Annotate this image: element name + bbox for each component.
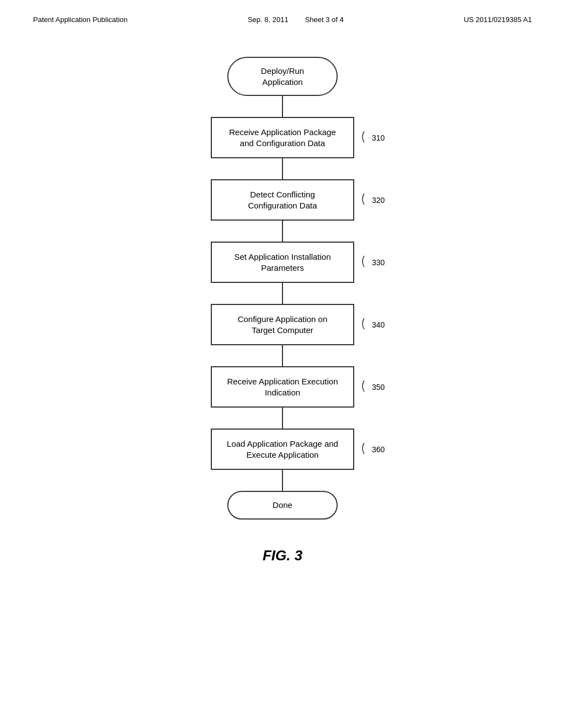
- flowchart-diagram: Deploy/RunApplication Receive Applicatio…: [0, 24, 565, 520]
- connector-310-320: [282, 158, 283, 179]
- header-date: Sep. 8, 2011: [248, 15, 289, 24]
- node-320: Detect ConflictingConfiguration Data: [211, 179, 354, 221]
- node-330-row: Set Application InstallationParameters 3…: [211, 242, 354, 283]
- connector-start-310: [282, 96, 283, 117]
- label-310: 310: [360, 130, 385, 145]
- header-sheet: Sheet 3 of 4: [305, 15, 344, 24]
- node-350-row: Receive Application ExecutionIndication …: [211, 366, 354, 408]
- node-310-row: Receive Application Packageand Configura…: [211, 117, 354, 158]
- ref-360: 360: [372, 445, 385, 454]
- label-320: 320: [360, 192, 385, 207]
- ref-350: 350: [372, 383, 385, 392]
- label-330: 330: [360, 255, 385, 270]
- bracket-320: [360, 192, 370, 207]
- end-terminal: Done: [227, 491, 338, 520]
- bracket-360: [360, 442, 370, 457]
- figure-caption: FIG. 3: [0, 547, 565, 564]
- connector-340-350: [282, 345, 283, 366]
- node-350: Receive Application ExecutionIndication: [211, 366, 354, 408]
- connector-330-340: [282, 283, 283, 304]
- node-340-row: Configure Application onTarget Computer …: [211, 304, 354, 345]
- connector-360-end: [282, 470, 283, 491]
- header-publication: Patent Application Publication: [33, 15, 127, 24]
- node-360: Load Application Package andExecute Appl…: [211, 429, 354, 470]
- bracket-330: [360, 255, 370, 270]
- header-center: Sep. 8, 2011 Sheet 3 of 4: [248, 15, 344, 24]
- end-node: Done: [227, 491, 338, 520]
- bracket-340: [360, 317, 370, 332]
- ref-310: 310: [372, 133, 385, 142]
- node-340: Configure Application onTarget Computer: [211, 304, 354, 345]
- ref-330: 330: [372, 258, 385, 267]
- start-terminal: Deploy/RunApplication: [227, 57, 338, 96]
- bracket-350: [360, 379, 370, 394]
- bracket-310: [360, 130, 370, 145]
- connector-320-330: [282, 221, 283, 242]
- label-350: 350: [360, 379, 385, 394]
- node-320-row: Detect ConflictingConfiguration Data 320: [211, 179, 354, 221]
- ref-340: 340: [372, 320, 385, 329]
- connector-350-360: [282, 408, 283, 429]
- label-360: 360: [360, 442, 385, 457]
- node-310: Receive Application Packageand Configura…: [211, 117, 354, 158]
- node-330: Set Application InstallationParameters: [211, 242, 354, 283]
- label-340: 340: [360, 317, 385, 332]
- header-patent: US 2011/0219385 A1: [463, 15, 532, 24]
- start-node: Deploy/RunApplication: [227, 57, 338, 96]
- ref-320: 320: [372, 196, 385, 205]
- page-header: Patent Application Publication Sep. 8, 2…: [0, 0, 565, 24]
- node-360-row: Load Application Package andExecute Appl…: [211, 429, 354, 470]
